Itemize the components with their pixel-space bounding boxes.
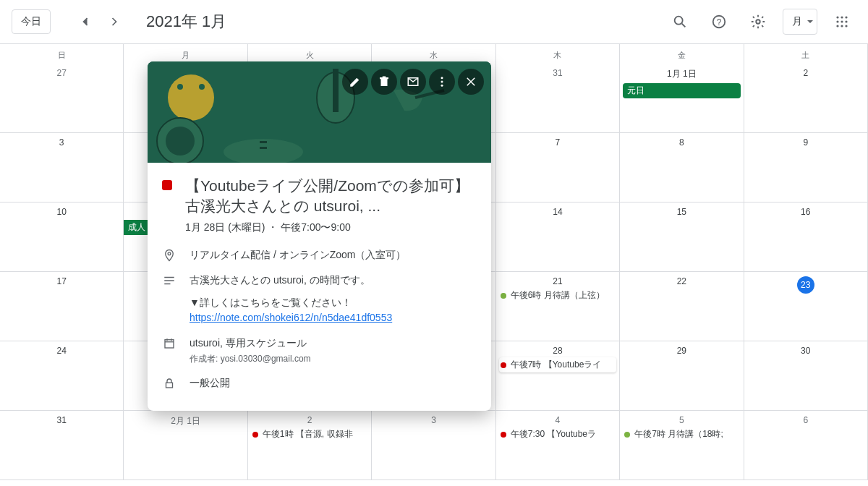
day-number: 1月 1日: [623, 65, 740, 82]
creator-label: 作成者: yosi.03030@gmail.com: [190, 352, 477, 365]
apps-button[interactable]: [827, 7, 856, 36]
svg-point-27: [441, 77, 443, 79]
day-cell[interactable]: 8: [620, 133, 744, 202]
close-button[interactable]: [458, 69, 484, 95]
day-cell[interactable]: 5午後7時 月待講（18時;: [620, 411, 744, 480]
day-cell[interactable]: 10: [0, 202, 124, 272]
weekday-header: 日: [0, 44, 124, 64]
day-number: 2: [251, 412, 368, 427]
popup-header: [148, 61, 491, 163]
dropdown-arrow-icon: [807, 18, 814, 25]
day-cell[interactable]: 4午後7:30 【Youtubeラ: [496, 411, 620, 480]
svg-point-10: [845, 20, 847, 22]
day-cell[interactable]: 17: [0, 272, 124, 341]
svg-point-12: [841, 25, 843, 27]
svg-rect-23: [260, 141, 267, 143]
day-cell[interactable]: 15: [620, 202, 744, 272]
svg-point-13: [845, 25, 847, 27]
day-cell[interactable]: 31: [0, 411, 124, 480]
day-number: 3: [375, 412, 492, 427]
delete-button[interactable]: [371, 69, 397, 95]
svg-point-5: [836, 16, 838, 18]
event-item[interactable]: 午後7時 月待講（18時;: [623, 427, 740, 442]
day-number: 3: [3, 135, 120, 149]
event-dot: [501, 362, 506, 368]
day-cell[interactable]: 2午後1時 【音源, 収録非: [248, 411, 372, 480]
day-number: 27: [3, 65, 120, 80]
calendar-name: utsuroi, 専用スケジュール: [190, 336, 477, 351]
day-number: 24: [3, 343, 120, 357]
day-number: 31: [3, 412, 120, 427]
desc-line: 古溪光大さんとの utsuroi, の時間です。: [190, 273, 477, 288]
day-cell[interactable]: 22: [620, 272, 744, 341]
event-item[interactable]: 午後1時 【音源, 収録非: [251, 427, 368, 442]
svg-point-16: [177, 84, 183, 90]
view-selector[interactable]: 月: [783, 9, 817, 35]
prev-button[interactable]: [74, 10, 97, 33]
day-number: 31: [499, 65, 616, 80]
svg-point-8: [836, 20, 838, 22]
weekday-header: 金: [620, 44, 744, 64]
envelope-icon: [407, 75, 420, 88]
day-cell[interactable]: 2月 1日: [124, 411, 247, 480]
day-cell[interactable]: 23: [744, 272, 868, 341]
settings-button[interactable]: [744, 7, 773, 36]
svg-point-21: [166, 127, 195, 155]
svg-point-17: [199, 84, 205, 90]
day-cell[interactable]: 28午後7時 【Youtubeライ: [496, 341, 620, 411]
search-button[interactable]: [665, 7, 694, 36]
svg-rect-38: [166, 383, 173, 388]
day-cell[interactable]: 1月 1日元日: [620, 64, 744, 133]
calendar-icon: [162, 336, 176, 350]
day-cell[interactable]: 2: [744, 64, 868, 133]
visibility-label: 一般公開: [190, 375, 477, 391]
event-pill[interactable]: 元日: [623, 83, 740, 98]
email-button[interactable]: [400, 69, 426, 95]
gear-icon: [750, 14, 766, 30]
day-cell[interactable]: 27: [0, 64, 124, 133]
day-number: 21: [499, 273, 616, 288]
day-number: 17: [3, 273, 120, 288]
day-cell[interactable]: 30: [744, 341, 868, 411]
event-popup: 【Youtubeライブ公開/Zoomでの参加可】古溪光大さんとの utsuroi…: [148, 61, 491, 411]
more-button[interactable]: [429, 69, 455, 95]
day-cell[interactable]: 3: [372, 411, 495, 480]
svg-point-0: [675, 17, 683, 25]
help-button[interactable]: ?: [705, 7, 733, 36]
search-icon: [672, 14, 688, 30]
more-vert-icon: [435, 75, 448, 88]
svg-point-28: [441, 81, 443, 83]
svg-line-1: [682, 24, 686, 27]
day-number: 23: [747, 273, 864, 295]
event-item[interactable]: 午後6時 月待講（上弦）: [499, 288, 616, 303]
day-cell[interactable]: 29: [620, 341, 744, 411]
svg-point-4: [756, 20, 760, 24]
event-item[interactable]: 午後7時 【Youtubeライ: [499, 357, 616, 372]
next-button[interactable]: [103, 10, 126, 33]
event-label: 午後1時 【音源, 収録非: [263, 428, 353, 440]
day-cell[interactable]: 3: [0, 133, 124, 202]
header-actions: ? 月: [665, 7, 856, 36]
day-cell[interactable]: 31: [496, 64, 620, 133]
view-label: 月: [792, 15, 802, 28]
event-description: 古溪光大さんとの utsuroi, の時間です。 ▼詳しくはこちらをご覧ください…: [190, 273, 477, 325]
day-cell[interactable]: 21午後6時 月待講（上弦）: [496, 272, 620, 341]
weekday-header: 月: [124, 44, 247, 64]
event-item[interactable]: 午後7:30 【Youtubeラ: [499, 427, 616, 442]
day-cell[interactable]: 7: [496, 133, 620, 202]
nav-arrows: [74, 10, 126, 33]
today-button[interactable]: 今日: [12, 9, 51, 34]
day-cell[interactable]: 6: [744, 411, 868, 480]
day-number: 16: [747, 204, 864, 218]
day-cell[interactable]: 24: [0, 341, 124, 411]
event-dot: [501, 432, 506, 438]
day-cell[interactable]: 14: [496, 202, 620, 272]
svg-point-9: [841, 20, 843, 22]
event-datetime: 1月 28日 (木曜日) ・ 午後7:00〜9:00: [185, 221, 477, 234]
day-number: 28: [499, 343, 616, 357]
edit-button[interactable]: [342, 69, 368, 95]
day-cell[interactable]: 16: [744, 202, 868, 272]
day-cell[interactable]: 9: [744, 133, 868, 202]
svg-rect-34: [165, 339, 174, 347]
desc-link[interactable]: https://note.com/shokei612/n/n5dae41df05…: [190, 312, 392, 323]
